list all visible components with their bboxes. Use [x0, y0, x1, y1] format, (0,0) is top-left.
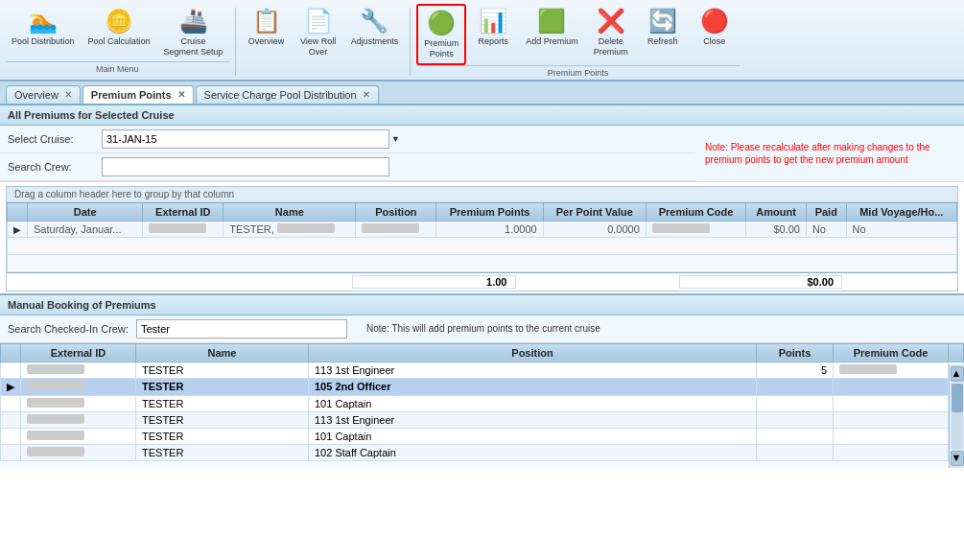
reports-button[interactable]: 📊 Reports: [468, 4, 518, 65]
col-premium-points[interactable]: Premium Points: [436, 202, 543, 221]
col-premium-code[interactable]: Premium Code: [646, 202, 745, 221]
tab-overview[interactable]: Overview ✕: [6, 85, 81, 104]
mb-col-external-id[interactable]: External ID: [21, 343, 136, 362]
scrollbar-track[interactable]: [952, 384, 963, 449]
total-amount: $0.00: [679, 275, 843, 289]
col-name[interactable]: Name: [223, 202, 356, 221]
mb-premium-code: [834, 411, 949, 428]
mb-table-row[interactable]: ▶ TESTER 105 2nd Officer: [1, 378, 964, 395]
table-row-empty: [8, 237, 957, 254]
mb-col-points[interactable]: Points: [757, 343, 834, 362]
mb-position: 101 Captain: [309, 428, 757, 444]
tab-premium-points[interactable]: Premium Points ✕: [82, 85, 194, 104]
pool-distribution-button[interactable]: 🏊 Pool Distribution: [6, 4, 81, 61]
pool-calculation-label: Pool Calculation: [88, 36, 151, 47]
view-roll-over-button[interactable]: 📄 View RollOver: [294, 4, 343, 61]
mb-position: 105 2nd Officer: [309, 378, 757, 395]
refresh-label: Refresh: [647, 36, 678, 47]
mb-position: 113 1st Engineer: [309, 411, 757, 428]
tab-premium-points-label: Premium Points: [91, 89, 172, 101]
select-cruise-input[interactable]: [102, 129, 389, 149]
mb-table-row[interactable]: TESTER 113 1st Engineer: [1, 411, 964, 428]
tab-service-charge[interactable]: Service Charge Pool Distribution ✕: [196, 85, 379, 104]
delete-premium-button[interactable]: ❌ DeletePremium: [586, 4, 636, 65]
adjustments-button[interactable]: 🔧 Adjustments: [345, 4, 405, 61]
manual-booking-section: Manual Booking of Premiums Search Checke…: [0, 293, 964, 468]
search-crew-label: Search Crew:: [8, 161, 94, 173]
close-button[interactable]: 🔴 Close: [690, 4, 740, 65]
mb-table-row[interactable]: TESTER 102 Staff Captain: [1, 444, 964, 460]
premium-points-button[interactable]: 🟢 PremiumPoints: [416, 4, 466, 65]
close-icon: 🔴: [700, 8, 729, 35]
pool-distribution-icon: 🏊: [29, 8, 58, 35]
manual-booking-note: Note: This will add premium points to th…: [366, 323, 600, 334]
mb-external-id: [21, 444, 136, 460]
scrollbar-thumb[interactable]: [952, 384, 963, 412]
search-checked-in-label: Search Checked-In Crew:: [8, 323, 129, 335]
tab-premium-points-close[interactable]: ✕: [177, 89, 185, 100]
col-external-id[interactable]: External ID: [143, 202, 223, 221]
mb-expand: [1, 362, 21, 378]
premiums-grid: Drag a column header here to group by th…: [6, 186, 958, 292]
mb-points: [757, 395, 834, 411]
mb-position: 101 Captain: [309, 395, 757, 411]
mb-col-premium-code[interactable]: Premium Code: [834, 343, 949, 362]
cell-name: TESTER,: [223, 221, 356, 237]
mb-premium-code: [834, 444, 949, 460]
mb-points: [757, 411, 834, 428]
scrollbar-up[interactable]: ▲: [951, 366, 964, 382]
premium-points-icon: 🟢: [427, 10, 456, 36]
col-expand-mb: [1, 343, 21, 362]
mb-col-name[interactable]: Name: [136, 343, 309, 362]
mb-points: [757, 444, 834, 460]
premiums-table-header: Date External ID Name Position Premium P…: [8, 202, 957, 221]
search-crew-input[interactable]: [102, 157, 389, 176]
mb-external-id: [21, 378, 136, 395]
col-paid[interactable]: Paid: [806, 202, 846, 221]
mb-table-row[interactable]: TESTER 101 Captain: [1, 395, 964, 411]
tabs-bar: Overview ✕ Premium Points ✕ Service Char…: [0, 82, 964, 105]
premium-note: Note: Please recalculate after making ch…: [705, 141, 954, 166]
main-menu-label: Main Menu: [6, 61, 229, 76]
cruise-dropdown-arrow[interactable]: ▼: [391, 134, 400, 144]
view-roll-over-label: View RollOver: [300, 36, 336, 58]
cell-per-point-value: 0.0000: [543, 221, 646, 237]
add-premium-button[interactable]: 🟩 Add Premium: [520, 4, 584, 65]
premium-points-label: PremiumPoints: [424, 38, 458, 59]
tab-service-charge-close[interactable]: ✕: [363, 89, 370, 100]
table-row[interactable]: ▶ Saturday, Januar... TESTER, 1.0000 0.0…: [8, 221, 957, 237]
mb-table-row[interactable]: TESTER 113 1st Engineer 5: [1, 362, 964, 378]
mb-premium-code: [834, 428, 949, 444]
total-premium-points: 1.00: [352, 275, 516, 289]
col-per-point-value[interactable]: Per Point Value: [543, 202, 646, 221]
drag-hint: Drag a column header here to group by th…: [7, 187, 957, 202]
refresh-button[interactable]: 🔄 Refresh: [638, 4, 688, 65]
cruise-segment-setup-icon: 🚢: [179, 8, 208, 35]
mb-name: TESTER: [136, 395, 309, 411]
col-amount[interactable]: Amount: [746, 202, 807, 221]
tab-overview-close[interactable]: ✕: [64, 89, 72, 100]
mb-col-position[interactable]: Position: [309, 343, 757, 362]
search-checked-in-input[interactable]: [136, 319, 347, 338]
middle-group: 📋 Overview 📄 View RollOver 🔧 Adjustments…: [242, 4, 405, 80]
col-mid-voyage[interactable]: Mid Voyage/Ho...: [846, 202, 956, 221]
cruise-segment-setup-button[interactable]: 🚢 CruiseSegment Setup: [158, 4, 229, 61]
cell-amount: $0.00: [746, 221, 807, 237]
mb-name: TESTER: [136, 428, 309, 444]
col-position[interactable]: Position: [356, 202, 436, 221]
mb-position: 102 Staff Captain: [309, 444, 757, 460]
mb-points: [757, 428, 834, 444]
scrollbar-down[interactable]: ▼: [951, 451, 964, 466]
col-expand: [8, 202, 28, 221]
cell-premium-points: 1.0000: [436, 221, 543, 237]
mb-points: 5: [757, 362, 834, 378]
pool-calculation-button[interactable]: 🪙 Pool Calculation: [82, 4, 156, 61]
mb-table-row[interactable]: TESTER 101 Captain: [1, 428, 964, 444]
col-date[interactable]: Date: [28, 202, 143, 221]
premiums-section-header: All Premiums for Selected Cruise: [0, 105, 964, 126]
toolbar: 🏊 Pool Distribution 🪙 Pool Calculation 🚢…: [0, 0, 964, 82]
overview-button[interactable]: 📋 Overview: [242, 4, 292, 61]
overview-label: Overview: [248, 36, 285, 47]
expand-arrow[interactable]: ▶: [8, 221, 28, 237]
mb-external-id: [21, 362, 136, 378]
